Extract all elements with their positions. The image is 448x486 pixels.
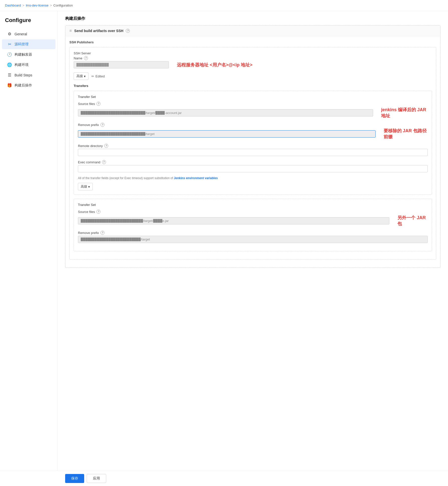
remove-prefix-group-1: Remove prefix ? 要移除的 JAR 包路径前缀: [78, 123, 428, 140]
remove-prefix-group-2: Remove prefix ?: [78, 231, 428, 243]
page-title: Configure: [0, 17, 57, 29]
plugin-card-ssh: ≡ Send build artifacts over SSH ? SSH Pu…: [65, 25, 440, 268]
transfers-label: Transfers: [74, 84, 432, 88]
transfer-set-2-label: Transfer Set: [78, 203, 428, 207]
advanced-label-1: 高级: [76, 74, 83, 78]
source-annotation-1: jenkins 编译后的 JAR 地址: [381, 107, 428, 119]
sidebar-item-general[interactable]: ⚙ General: [2, 29, 55, 39]
transfer-set-2: Transfer Set Source files ? 另外一个 JAR 包: [74, 199, 432, 251]
breadcrumb-lms[interactable]: lms-dev-license: [26, 4, 48, 7]
breadcrumb-sep-2: >: [50, 4, 52, 7]
exec-help-icon-1[interactable]: ?: [102, 160, 106, 164]
ssh-server-label: SSH Server: [74, 51, 432, 55]
section-title: 构建后操作: [65, 16, 440, 21]
steps-icon: ☰: [7, 73, 12, 77]
chevron-down-icon-1: ▾: [84, 74, 86, 78]
transfer-set-1: Transfer Set Source files ? jenkins 编译后的…: [74, 91, 432, 195]
source-files-group-2: Source files ? 另外一个 JAR 包: [78, 210, 428, 227]
sidebar-item-build-env[interactable]: 🌐 构建环境: [2, 60, 55, 70]
exec-command-label-1: Exec command ?: [78, 160, 428, 164]
plugin-header: ≡ Send build artifacts over SSH ?: [65, 26, 440, 36]
ssh-server-text: SSH Server: [74, 51, 91, 55]
edited-label: Edited: [95, 74, 105, 78]
advanced-label-transfer-1: 高级: [81, 184, 87, 189]
sidebar-label-source: 源码管理: [15, 42, 29, 47]
info-text-1: All of the transfer fields (except for E…: [78, 176, 428, 180]
source-files-input-1[interactable]: [78, 109, 373, 116]
drag-handle-icon[interactable]: ≡: [69, 29, 72, 33]
transfer-set-1-label: Transfer Set: [78, 95, 428, 99]
ssh-publishers-label: SSH Publishers: [69, 40, 436, 44]
remove-prefix-label-1: Remove prefix ?: [78, 123, 428, 127]
apply-button[interactable]: 应用: [87, 474, 106, 483]
remove-prefix-help-icon-2[interactable]: ?: [100, 231, 104, 235]
env-icon: 🌐: [7, 62, 12, 67]
exec-command-group-1: Exec command ?: [78, 160, 428, 172]
sidebar-label-steps: Build Steps: [15, 73, 32, 77]
remove-prefix-help-icon-1[interactable]: ?: [100, 123, 104, 127]
name-annotation: 远程服务器地址 <用户名>@<ip 地址>: [177, 62, 253, 68]
sidebar-item-source-control[interactable]: ✂ 源码管理: [2, 39, 55, 49]
sidebar-label-env: 构建环境: [15, 63, 29, 67]
ssh-name-input[interactable]: [74, 61, 169, 68]
plugin-body: SSH Publishers SSH Server Name ?: [65, 36, 440, 268]
sidebar-label-post-build: 构建后操作: [15, 83, 32, 88]
sidebar-item-build-steps[interactable]: ☰ Build Steps: [2, 70, 55, 80]
plugin-title: Send build artifacts over SSH: [74, 29, 123, 33]
remove-prefix-input-1[interactable]: [78, 130, 376, 138]
remove-prefix-annotation-1: 要移除的 JAR 包路径前缀: [384, 128, 428, 140]
breadcrumb-dashboard[interactable]: Dashboard: [5, 4, 21, 7]
breadcrumb-sep-1: >: [23, 4, 25, 7]
breadcrumb-current: Configuration: [53, 4, 73, 7]
remote-dir-help-icon-1[interactable]: ?: [104, 144, 108, 148]
remote-dir-group-1: Remote directory ?: [78, 144, 428, 156]
exec-command-input-1[interactable]: [78, 165, 428, 172]
main-content: 构建后操作 ≡ Send build artifacts over SSH ? …: [58, 11, 448, 486]
source-files-label-2: Source files ?: [78, 210, 428, 214]
remote-dir-input-1[interactable]: [78, 149, 428, 156]
source-help-icon-1[interactable]: ?: [96, 102, 100, 106]
sidebar-label-general: General: [15, 32, 27, 36]
ssh-server-box: SSH Server Name ? 远程服务器地址 <用户名>@<ip 地址>: [69, 47, 436, 260]
remove-prefix-input-2[interactable]: [78, 236, 428, 243]
remove-prefix-label-2: Remove prefix ?: [78, 231, 428, 235]
post-build-icon: 🎁: [7, 83, 12, 88]
gear-icon: ⚙: [7, 32, 12, 36]
source-help-icon-2[interactable]: ?: [96, 210, 100, 214]
name-label-row: Name ?: [74, 56, 432, 60]
source-files-label-1: Source files ?: [78, 102, 428, 106]
edited-tag: ✏ Edited: [91, 74, 105, 78]
advanced-dropdown-transfer-1[interactable]: 高级 ▾: [78, 183, 93, 190]
name-help-icon[interactable]: ?: [84, 56, 88, 60]
sidebar-item-post-build[interactable]: 🎁 构建后操作: [2, 80, 55, 90]
source-files-group-1: Source files ? jenkins 编译后的 JAR 地址: [78, 102, 428, 119]
sidebar-label-trigger: 构建触发器: [15, 52, 32, 57]
source-files-input-2[interactable]: [78, 217, 389, 224]
name-label-text: Name: [74, 56, 82, 60]
advanced-dropdown-1[interactable]: 高级 ▾: [74, 72, 88, 80]
pencil-icon: ✏: [91, 74, 94, 78]
ssh-server-name-group: SSH Server Name ? 远程服务器地址 <用户名>@<ip 地址>: [74, 51, 432, 68]
plugin-help-icon[interactable]: ?: [126, 29, 130, 33]
remote-dir-label-1: Remote directory ?: [78, 144, 428, 148]
env-vars-link-1[interactable]: Jenkins environment variables: [174, 176, 218, 180]
trigger-icon: 🕐: [7, 52, 12, 57]
source-annotation-2: 另外一个 JAR 包: [397, 215, 428, 227]
sidebar-item-build-trigger[interactable]: 🕐 构建触发器: [2, 50, 55, 59]
sidebar: Configure ⚙ General ✂ 源码管理 🕐 构建触发器 🌐 构建环…: [0, 11, 58, 486]
source-icon: ✂: [7, 42, 12, 47]
chevron-down-icon-transfer-1: ▾: [88, 185, 90, 189]
breadcrumb: Dashboard > lms-dev-license > Configurat…: [0, 0, 448, 11]
save-button[interactable]: 保存: [65, 474, 84, 483]
footer-bar: 保存 应用: [0, 471, 448, 486]
advanced-edited-row: 高级 ▾ ✏ Edited: [74, 72, 432, 80]
